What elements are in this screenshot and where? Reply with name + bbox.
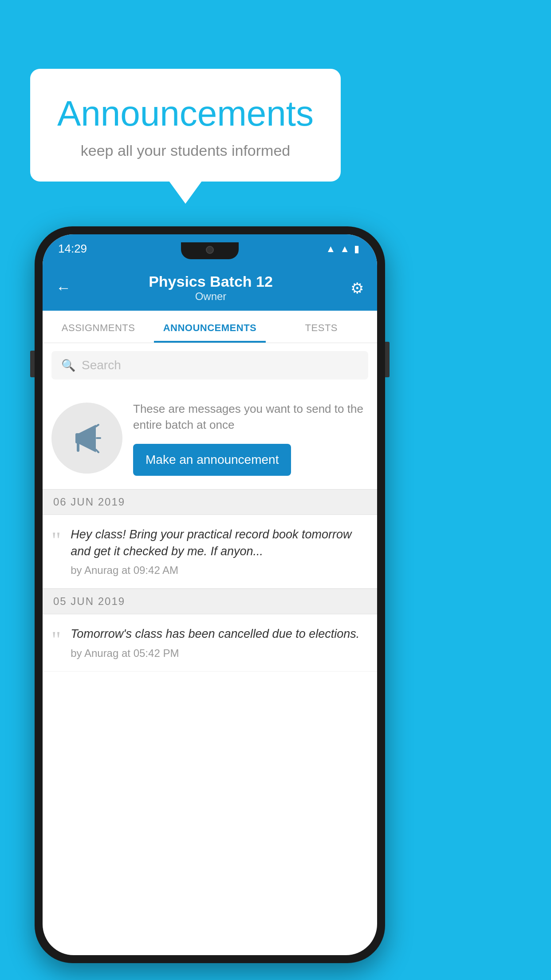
side-button-left (30, 351, 35, 377)
announcement-text-1: Hey class! Bring your practical record b… (71, 526, 368, 560)
side-button-right (385, 342, 390, 377)
app-header: ← Physics Batch 12 Owner ⚙ (43, 263, 377, 311)
phone-screen: 14:29 ▲ ▲ ▮ ← Physics Batch 12 Owner ⚙ (43, 234, 377, 955)
battery-icon: ▮ (354, 243, 359, 255)
back-button[interactable]: ← (56, 279, 71, 296)
announcement-content-2: Tomorrow's class has been cancelled due … (71, 626, 368, 660)
search-icon: 🔍 (61, 359, 75, 372)
settings-icon[interactable]: ⚙ (350, 279, 364, 297)
make-announcement-button[interactable]: Make an announcement (133, 444, 291, 476)
status-icons: ▲ ▲ ▮ (326, 243, 359, 255)
promo-description: These are messages you want to send to t… (133, 401, 368, 433)
tab-assignments[interactable]: ASSIGNMENTS (43, 311, 154, 343)
speech-bubble-container: Announcements keep all your students inf… (30, 69, 341, 182)
phone-notch (181, 242, 239, 259)
quote-icon-2: " (51, 628, 61, 652)
speech-bubble-subtitle: keep all your students informed (57, 142, 314, 159)
date-separator-1: 06 JUN 2019 (43, 489, 377, 515)
promo-card: These are messages you want to send to t… (43, 387, 377, 489)
promo-icon-circle (51, 403, 122, 474)
search-container: 🔍 Search (43, 343, 377, 387)
announcement-content-1: Hey class! Bring your practical record b… (71, 526, 368, 577)
announcement-item-2[interactable]: " Tomorrow's class has been cancelled du… (43, 614, 377, 672)
svg-rect-1 (75, 433, 82, 443)
announcement-item-1[interactable]: " Hey class! Bring your practical record… (43, 515, 377, 589)
signal-icon: ▲ (340, 243, 350, 255)
phone-mockup: 14:29 ▲ ▲ ▮ ← Physics Batch 12 Owner ⚙ (35, 226, 385, 963)
promo-content: These are messages you want to send to t… (133, 401, 368, 476)
svg-line-5 (96, 450, 98, 452)
tab-announcements[interactable]: ANNOUNCEMENTS (154, 311, 265, 343)
quote-icon-1: " (51, 529, 61, 552)
megaphone-icon (69, 420, 105, 456)
tab-tests[interactable]: TESTS (266, 311, 377, 343)
announcement-meta-2: by Anurag at 05:42 PM (71, 647, 368, 660)
announcement-meta-1: by Anurag at 09:42 AM (71, 564, 368, 577)
speech-bubble: Announcements keep all your students inf… (30, 69, 341, 182)
wifi-icon: ▲ (326, 243, 335, 255)
header-subtitle: Owner (149, 290, 273, 303)
date-separator-2: 05 JUN 2019 (43, 589, 377, 614)
search-bar[interactable]: 🔍 Search (51, 351, 368, 379)
tabs-bar: ASSIGNMENTS ANNOUNCEMENTS TESTS (43, 311, 377, 343)
front-camera (206, 246, 214, 254)
speech-bubble-title: Announcements (57, 93, 314, 134)
status-time: 14:29 (58, 242, 87, 256)
announcement-text-2: Tomorrow's class has been cancelled due … (71, 626, 368, 643)
header-center: Physics Batch 12 Owner (149, 273, 273, 303)
phone-outer: 14:29 ▲ ▲ ▮ ← Physics Batch 12 Owner ⚙ (35, 226, 385, 963)
svg-line-3 (96, 425, 98, 427)
header-title: Physics Batch 12 (149, 273, 273, 290)
search-input[interactable]: Search (82, 358, 121, 372)
